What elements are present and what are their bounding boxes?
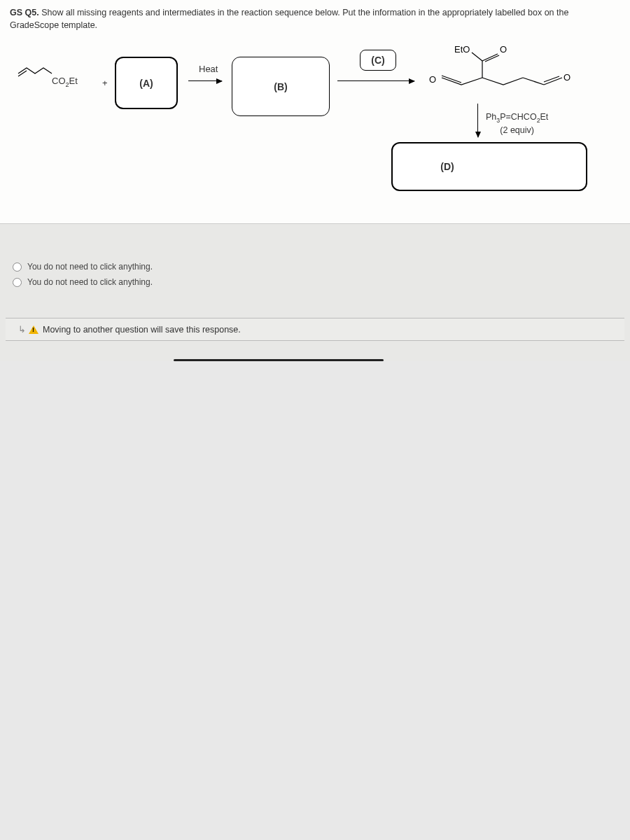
plus-sign: + — [102, 78, 108, 88]
question-id: GS Q5. — [10, 8, 39, 18]
reagent-equiv: (2 equiv) — [500, 125, 534, 135]
warning-bar: ↳ Moving to another question will save t… — [6, 318, 624, 341]
arrow-down-icon — [477, 104, 478, 137]
o-label: O — [500, 44, 507, 55]
heat-label: Heat — [199, 64, 218, 74]
box-d-label: (D) — [440, 161, 454, 172]
options-list: You do not need to click anything. You d… — [6, 256, 624, 293]
box-b-label: (B) — [274, 81, 287, 92]
option-row[interactable]: You do not need to click anything. — [8, 274, 620, 290]
scrollbar-thumb[interactable] — [174, 359, 384, 361]
reactant-formula: CO2Et — [52, 76, 78, 88]
svg-line-7 — [544, 76, 559, 82]
option-label: You do not need to click anything. — [27, 262, 153, 272]
arrow-icon — [188, 80, 222, 81]
scrollbar-horizontal[interactable] — [6, 359, 624, 361]
formula-part: P=CHCO — [500, 112, 536, 122]
reagent-label: Ph3P=CHCO2Et (2 equiv) — [486, 111, 548, 136]
nav-arrow-icon: ↳ — [18, 324, 26, 335]
eto-label: EtO — [454, 44, 470, 55]
question-panel: GS Q5. Show all missing reagents and int… — [0, 0, 630, 224]
box-c-label: (C) — [371, 55, 384, 66]
reaction-diagram: CO2Et + (A) Heat (B) (C) EtO O O — [10, 44, 620, 205]
arrow-icon — [337, 80, 414, 81]
o-label: O — [429, 74, 436, 85]
option-label: You do not need to click anything. — [27, 277, 153, 287]
warning-icon — [29, 326, 38, 334]
o-label: O — [564, 72, 570, 83]
radio-icon[interactable] — [13, 262, 22, 272]
question-header: GS Q5. Show all missing reagents and int… — [10, 7, 620, 31]
box-b: (B) — [232, 57, 330, 116]
svg-line-5 — [523, 78, 544, 85]
formula-part: Et — [540, 112, 549, 122]
svg-line-0 — [472, 52, 482, 61]
option-row[interactable]: You do not need to click anything. — [8, 259, 620, 274]
box-d: (D) — [391, 142, 587, 191]
warning-text: Moving to another question will save thi… — [43, 325, 241, 335]
question-prompt: Show all missing reagents and intermedia… — [10, 8, 568, 30]
product-structure: EtO O O O — [426, 44, 573, 99]
box-c: (C) — [360, 50, 396, 71]
box-a: (A) — [115, 57, 178, 109]
answer-options-zone: You do not need to click anything. You d… — [0, 224, 630, 361]
box-a-label: (A) — [139, 78, 153, 89]
formula-part: Et — [69, 76, 78, 86]
product-structure-icon: EtO O O O — [426, 44, 573, 97]
radio-icon[interactable] — [13, 278, 22, 287]
formula-part: Ph — [486, 112, 496, 122]
formula-part: CO — [52, 76, 66, 86]
reactant-structure-icon — [17, 64, 53, 82]
